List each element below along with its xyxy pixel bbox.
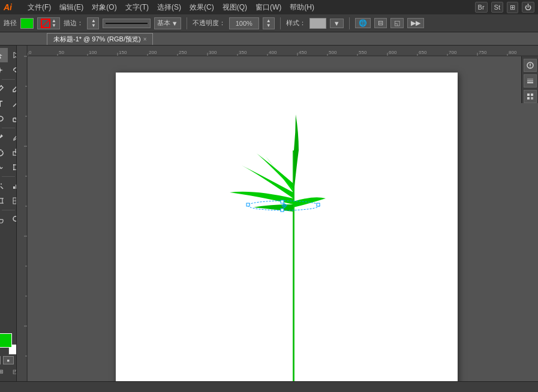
svg-text:300: 300 [209, 50, 217, 55]
tool-group-shape [0, 111, 17, 126]
slice-tool[interactable] [8, 194, 17, 208]
type-tool[interactable]: T [0, 97, 8, 111]
svg-text:100: 100 [89, 50, 97, 55]
lasso-tool[interactable] [8, 63, 17, 77]
rotate-tool[interactable] [0, 145, 8, 159]
tool-group-wand [0, 63, 17, 77]
tool-group-rotate [0, 145, 17, 159]
menu-edit[interactable]: 编辑(E) [56, 1, 87, 14]
menu-text[interactable]: 文字(T) [122, 1, 152, 14]
workspace-btn[interactable]: ⊞ [507, 2, 518, 13]
status-bar [0, 381, 538, 392]
tool-group-type: T [0, 97, 17, 111]
direct-select-tool[interactable] [8, 48, 17, 62]
stroke-indicator[interactable]: ▲▼ [37, 17, 60, 29]
ruler-h-marks: 0 50 100 150 200 250 300 350 400 450 500… [17, 46, 538, 56]
opacity-arrows[interactable]: ▲▼ [263, 17, 275, 29]
add-anchor-tool[interactable]: + [8, 82, 17, 96]
svg-rect-94 [527, 79, 533, 80]
stroke-style-arrow: ▼ [172, 20, 178, 27]
stroke-dropdown[interactable]: ▲▼ [87, 17, 99, 29]
symbol-sprayer-icon [0, 182, 4, 190]
tool-group-select [0, 48, 17, 62]
style-color-box[interactable] [309, 18, 326, 29]
pencil-icon [12, 133, 17, 141]
scale-icon [12, 148, 17, 156]
menu-select[interactable]: 选择(S) [154, 1, 185, 14]
svg-text:150: 150 [119, 50, 127, 55]
align-btn[interactable]: ⊟ [374, 18, 387, 28]
pen-icon [0, 85, 4, 93]
free-transform-tool[interactable] [8, 160, 17, 174]
transform-btn[interactable]: ◱ [390, 18, 404, 28]
ruler-v-marks: 0 [17, 46, 28, 381]
pen-tool[interactable] [0, 82, 8, 96]
menu-view[interactable]: 视图(Q) [219, 1, 251, 14]
ruler-vertical: 0 [17, 46, 28, 381]
hand-icon [0, 215, 4, 224]
artboard[interactable] [116, 73, 458, 381]
column-graph-tool[interactable] [8, 179, 17, 193]
svg-text:800: 800 [509, 50, 517, 55]
style-dropdown-btn[interactable]: ▼ [330, 19, 344, 28]
power-btn[interactable]: ⏻ [522, 2, 534, 13]
svg-line-1 [41, 19, 50, 28]
scale-tool[interactable] [8, 145, 17, 159]
color-mode-icon[interactable]: ■ [3, 356, 14, 364]
hand-tool[interactable] [0, 212, 8, 227]
menu-file[interactable]: 文件(F) [24, 1, 55, 14]
svg-text:350: 350 [239, 50, 247, 55]
canvas-area[interactable]: 0 50 100 150 200 250 300 350 400 450 500… [17, 46, 538, 381]
tab-close-btn[interactable]: × [143, 36, 147, 43]
line-tool[interactable] [8, 97, 17, 111]
warp-icon [0, 163, 4, 171]
extra-icons: ⊞ ◰ [0, 367, 17, 376]
stock-btn[interactable]: St [491, 2, 503, 13]
libraries-panel-btn[interactable] [524, 90, 537, 103]
opacity-label: 不透明度： [193, 19, 226, 28]
more-btn[interactable]: ▶▶ [407, 18, 424, 28]
properties-panel-btn[interactable] [524, 59, 537, 72]
symbol-sprayer-tool[interactable] [0, 179, 8, 193]
layers-panel-btn[interactable] [524, 74, 537, 88]
screen-mode-btn[interactable]: ⊞ [0, 367, 7, 376]
zoom-tool[interactable] [8, 212, 17, 227]
svg-text:450: 450 [299, 50, 307, 55]
pencil-tool[interactable] [8, 130, 17, 144]
separator-1 [187, 17, 187, 29]
brush-tool[interactable] [0, 130, 8, 144]
svg-rect-67 [17, 46, 28, 381]
eraser-tool[interactable] [8, 111, 17, 126]
menu-bar: 文件(F) 编辑(E) 对象(O) 文字(T) 选择(S) 效果(C) 视图(Q… [24, 1, 470, 14]
svg-text:200: 200 [149, 50, 157, 55]
stroke-arrows: ▲▼ [52, 19, 56, 28]
properties-icon [526, 61, 534, 70]
document-tab[interactable]: 未标题-1* @ 97% (RGB/预览) × [47, 33, 153, 45]
warp-tool[interactable] [0, 160, 8, 174]
menu-help[interactable]: 帮助(H) [286, 1, 318, 14]
svg-text:600: 600 [389, 50, 397, 55]
selection-tool[interactable] [0, 48, 8, 62]
column-graph-icon [12, 182, 17, 190]
tool-group-hand [0, 212, 17, 227]
fill-color-box[interactable] [20, 18, 34, 29]
foreground-color-swatch[interactable] [0, 333, 12, 348]
magic-wand-tool[interactable] [0, 63, 8, 77]
no-fill-icon[interactable] [0, 356, 1, 364]
artboard-tool[interactable] [0, 194, 8, 208]
tab-title: 未标题-1* @ 97% (RGB/预览) [53, 35, 141, 44]
svg-point-5 [0, 116, 3, 121]
change-screen-btn[interactable]: ◰ [10, 367, 17, 376]
menu-object[interactable]: 对象(O) [88, 1, 120, 14]
globe-btn[interactable]: 🌐 [355, 18, 371, 28]
stroke-preview[interactable] [103, 19, 151, 28]
menu-effect[interactable]: 效果(C) [186, 1, 218, 14]
bridge-btn[interactable]: Br [475, 2, 488, 13]
ellipse-tool[interactable] [0, 111, 8, 126]
svg-rect-96 [531, 94, 533, 96]
stroke-style-dropdown[interactable]: 基本 ▼ [154, 17, 181, 29]
svg-rect-95 [527, 94, 530, 96]
svg-rect-93 [527, 80, 533, 82]
menu-window[interactable]: 窗口(W) [252, 1, 285, 14]
opacity-input[interactable] [229, 17, 259, 29]
